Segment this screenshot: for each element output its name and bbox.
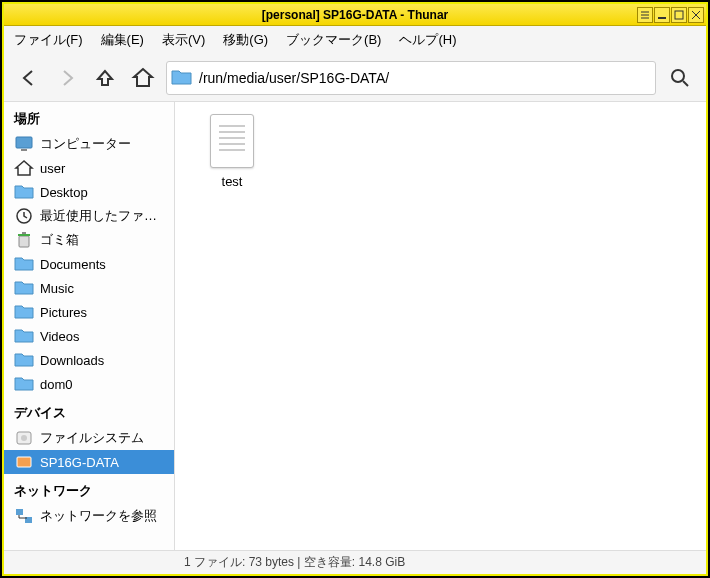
sidebar-item-label: dom0 (40, 377, 73, 392)
places-item-6[interactable]: Music (4, 276, 174, 300)
folder-icon (14, 183, 34, 201)
svg-point-10 (21, 435, 27, 441)
sidebar-item-label: ゴミ箱 (40, 231, 79, 249)
up-button[interactable] (90, 63, 120, 93)
status-text: 1 ファイル: 73 bytes | 空き容量: 14.8 GiB (184, 554, 405, 571)
places-item-4[interactable]: ゴミ箱 (4, 228, 174, 252)
maximize-button[interactable] (671, 7, 687, 23)
folder-icon (14, 375, 34, 393)
menu-button[interactable] (637, 7, 653, 23)
folder-icon (14, 255, 34, 273)
folder-icon (14, 279, 34, 297)
svg-rect-1 (675, 11, 683, 19)
places-item-7[interactable]: Pictures (4, 300, 174, 324)
sidebar-item-label: Videos (40, 329, 80, 344)
svg-rect-8 (22, 232, 26, 234)
svg-rect-12 (16, 509, 23, 515)
sidebar-item-label: Music (40, 281, 74, 296)
sidebar-item-label: ファイルシステム (40, 429, 144, 447)
folder-icon (14, 327, 34, 345)
places-item-10[interactable]: dom0 (4, 372, 174, 396)
path-bar[interactable] (166, 61, 656, 95)
menu-help[interactable]: ヘルプ(H) (399, 31, 456, 49)
places-item-2[interactable]: Desktop (4, 180, 174, 204)
svg-rect-3 (16, 137, 32, 148)
svg-rect-0 (658, 17, 666, 19)
folder-icon (171, 68, 193, 88)
places-item-8[interactable]: Videos (4, 324, 174, 348)
file-view[interactable]: test (175, 102, 706, 550)
menu-bookmarks[interactable]: ブックマーク(B) (286, 31, 381, 49)
file-item[interactable]: test (187, 114, 277, 189)
trash-icon (14, 231, 34, 249)
devices-item-0[interactable]: ファイルシステム (4, 426, 174, 450)
close-button[interactable] (688, 7, 704, 23)
computer-icon (14, 135, 34, 153)
usb-icon (14, 453, 34, 471)
menubar: ファイル(F) 編集(E) 表示(V) 移動(G) ブックマーク(B) ヘルプ(… (4, 26, 706, 54)
places-item-1[interactable]: user (4, 156, 174, 180)
sidebar-item-label: Pictures (40, 305, 87, 320)
sidebar-item-label: user (40, 161, 65, 176)
home-icon (14, 159, 34, 177)
svg-rect-11 (17, 457, 31, 467)
text-file-icon (210, 114, 254, 168)
places-item-0[interactable]: コンピューター (4, 132, 174, 156)
svg-rect-6 (19, 236, 29, 247)
folder-icon (14, 303, 34, 321)
sidebar: 場所 コンピューターuserDesktop最近使用したファ…ゴミ箱Documen… (4, 102, 175, 550)
menu-view[interactable]: 表示(V) (162, 31, 205, 49)
svg-rect-7 (18, 234, 30, 236)
menu-file[interactable]: ファイル(F) (14, 31, 83, 49)
devices-item-1[interactable]: SP16G-DATA (4, 450, 174, 474)
sidebar-item-label: SP16G-DATA (40, 455, 119, 470)
search-button[interactable] (664, 62, 696, 94)
minimize-button[interactable] (654, 7, 670, 23)
network-header: ネットワーク (4, 474, 174, 504)
network-item-0[interactable]: ネットワークを参照 (4, 504, 174, 528)
svg-point-2 (672, 70, 684, 82)
toolbar (4, 54, 706, 102)
sidebar-item-label: Documents (40, 257, 106, 272)
status-bar: 1 ファイル: 73 bytes | 空き容量: 14.8 GiB (4, 550, 706, 574)
back-button[interactable] (14, 63, 44, 93)
places-item-9[interactable]: Downloads (4, 348, 174, 372)
window-title: [personal] SP16G-DATA - Thunar (262, 8, 448, 22)
file-label: test (222, 174, 243, 189)
sidebar-item-label: 最近使用したファ… (40, 207, 157, 225)
recent-icon (14, 207, 34, 225)
home-button[interactable] (128, 63, 158, 93)
forward-button[interactable] (52, 63, 82, 93)
menu-go[interactable]: 移動(G) (223, 31, 268, 49)
titlebar: [personal] SP16G-DATA - Thunar (4, 4, 706, 26)
devices-header: デバイス (4, 396, 174, 426)
places-item-5[interactable]: Documents (4, 252, 174, 276)
places-item-3[interactable]: 最近使用したファ… (4, 204, 174, 228)
places-header: 場所 (4, 102, 174, 132)
svg-rect-4 (21, 149, 27, 151)
sidebar-item-label: コンピューター (40, 135, 131, 153)
sidebar-item-label: Desktop (40, 185, 88, 200)
sidebar-item-label: Downloads (40, 353, 104, 368)
menu-edit[interactable]: 編集(E) (101, 31, 144, 49)
network-icon (14, 507, 34, 525)
sidebar-item-label: ネットワークを参照 (40, 507, 157, 525)
folder-icon (14, 351, 34, 369)
disk-icon (14, 429, 34, 447)
path-input[interactable] (199, 70, 651, 86)
